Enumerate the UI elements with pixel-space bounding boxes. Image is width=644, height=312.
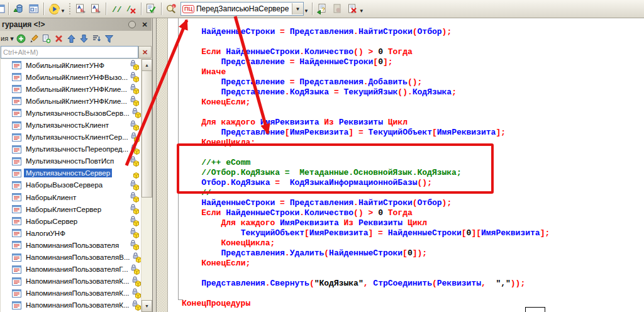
close-panel-button[interactable]: ✕ [140,20,150,29]
tree-item[interactable]: НапоминанияПользователяВ... [1,252,141,264]
separator [8,3,9,15]
tree-item-badges [131,288,141,299]
tree-item-label: МобильныйКлиентУНФКлие... [24,85,129,94]
bookmark-margin[interactable] [157,18,168,312]
tree-item[interactable]: МобильныйКлиентУНФВызо... [1,71,141,83]
tree-item-label: НаборыСервер [24,217,79,226]
find-procedures-icon[interactable]: p [164,1,179,16]
procedure-combobox[interactable]: ПЦ ПередЗаписьюНаСервере ▼ [180,2,304,16]
cube-icon [133,87,140,94]
syntax-check-icon[interactable] [144,1,159,16]
move-down-icon[interactable] [79,33,89,44]
cube-icon [133,231,140,238]
module-icon [12,301,21,309]
clear-search-button[interactable]: ✕ [138,46,152,58]
separator [106,3,107,15]
tree-item[interactable]: НаборыКлиент [1,191,141,203]
cube-icon [133,243,140,250]
delete-doc-icon[interactable] [345,1,360,16]
form-edit-icon[interactable] [26,1,42,16]
module-icon [12,109,21,117]
cube-icon [133,220,140,226]
format-template-a-icon[interactable]: AБ [74,1,89,16]
copy-add-icon[interactable] [41,33,52,44]
tree-item-label: НаборыВызовСервера [24,181,104,189]
cube-icon [133,172,140,179]
sort-list-icon[interactable] [91,33,102,44]
tree-item[interactable]: МультиязычностьСервер [1,167,141,179]
update-database-config-icon[interactable] [11,1,26,16]
tree-item-label: НапоминанияПользователя [24,241,121,250]
tree-item[interactable]: МобильныйКлиентУНФ [1,59,141,71]
tree-item[interactable]: НапоминанияПользователяК... [1,299,141,311]
tree-item[interactable]: НапоминанияПользователя [1,239,141,251]
add-icon[interactable] [16,33,26,44]
procedure-combo-dropdown-button[interactable]: ▼ [292,3,303,14]
panel-actions-toolbar: ия ▾ [0,32,152,45]
tree-item-label: МобильныйКлиентУНФКлие... [24,97,129,106]
tree-item[interactable]: МобильныйКлиентУНФКлие... [1,95,141,107]
tree-item[interactable]: МультиязычностьВызовСерв... [1,107,141,119]
scroll-up-button[interactable]: ▲ [142,59,152,71]
pin-icon[interactable] [128,21,136,28]
svg-text:?: ? [322,6,326,13]
tooltip-stub [525,307,545,312]
window-partial-icon[interactable] [0,1,6,16]
tree-item-label: МультиязычностьВызовСерв... [24,109,131,118]
tree-item-label: НаборыКлиент [24,193,78,202]
tree-scrollbar[interactable]: ▲ ▼ [142,59,152,312]
panel-splitter[interactable] [153,18,157,312]
cube-icon [133,268,140,275]
tree-item[interactable]: НаборыВызовСервера [1,179,141,191]
module-icon [12,85,21,93]
delete-icon[interactable] [53,33,64,44]
actions-menu-button[interactable]: ия ▾ [1,35,14,43]
module-icon [12,121,21,130]
add-comment-icon[interactable]: // [109,1,124,16]
module-icon [12,193,21,201]
tree-item[interactable]: НапоминанияПользователяК... [1,276,141,287]
format-template-b-icon[interactable]: AБ [89,1,104,16]
toolbar-drag-handle[interactable] [69,3,72,14]
combo-overflow-caret[interactable]: ▼ [304,8,309,14]
module-help-icon[interactable]: ? [315,1,330,16]
tree-item[interactable]: НаборыКлиентСервер [1,203,141,215]
tree-item-badges [130,264,141,275]
tree-item-badges [130,240,140,250]
search-input[interactable]: Ctrl+Alt+M) [1,46,138,58]
move-up-icon[interactable] [66,33,77,44]
tree-item[interactable]: МультиязычностьКлиент [1,119,141,131]
start-debugging-icon[interactable] [47,1,62,16]
scroll-down-button[interactable]: ▼ [142,300,152,312]
module-icon [12,205,21,213]
tree-item[interactable]: НапоминанияПользователяК... [1,287,141,299]
cube-icon [133,124,140,131]
toolbar-overflow-caret[interactable]: ▼ [359,8,364,14]
tree-item-label: НалогиУНФ [24,229,67,238]
tree-item-label: МультиязычностьКлиент [24,121,111,130]
scrollbar-thumb[interactable] [142,70,152,198]
edit-icon[interactable] [28,33,39,44]
tree-item-label: НапоминанияПользователяК... [24,277,131,286]
filter-icon[interactable] [104,33,114,44]
annotation-highlight-box [177,143,494,194]
module-icon [12,241,21,249]
tree-item[interactable]: МобильныйКлиентУНФКлие... [1,83,141,95]
copy-disabled-icon[interactable] [330,1,345,16]
tree-item[interactable]: НапоминанияПользователяГ... [1,264,141,276]
run-dropdown-caret[interactable]: ▼ [60,8,65,14]
tree-item[interactable]: МультиязычностьПереопред... [1,143,141,155]
tree-item[interactable]: МультиязычностьПовтИсп [1,155,141,167]
tree-item-badges [130,120,140,131]
cube-icon [133,184,140,191]
tree-item[interactable]: МультиязычностьКлиентСер... [1,131,141,143]
module-icon [12,217,21,225]
svg-text:p: p [173,4,175,8]
tree-item-label: НапоминанияПользователяГ... [24,265,130,274]
module-icon [12,133,21,142]
tree-item[interactable]: НаборыСервер [1,215,141,227]
tree-item-label: МультиязычностьСервер [24,169,112,177]
main-toolbar: ▼ AБ AБ // / p ПЦ ПередЗаписьюНаСервере … [0,0,644,18]
tree-item[interactable]: НалогиУНФ [1,227,141,239]
remove-comment-icon[interactable]: / [124,1,139,16]
